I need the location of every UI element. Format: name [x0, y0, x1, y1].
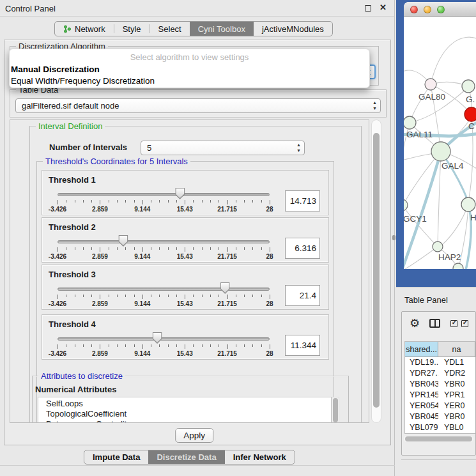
threshold-value-field[interactable]: 11.344	[285, 335, 320, 356]
cell-name[interactable]: YPR1	[438, 390, 475, 401]
table-horizontal-scrollbar[interactable]	[404, 436, 473, 442]
threshold-value-field[interactable]: 6.316	[285, 238, 320, 259]
tab-style[interactable]: Style	[114, 22, 150, 36]
tab-discretize-data[interactable]: Discretize Data	[148, 450, 224, 464]
table-row[interactable]: YBR045CYBR0	[405, 411, 475, 422]
threshold-slider[interactable]: -3.4262.8599.14415.4321.71528	[58, 280, 270, 309]
table-data-select[interactable]: galFiltered.sif default node ▲▼	[15, 98, 381, 113]
cell-shared-name[interactable]: YBR043C	[405, 379, 438, 390]
table-row[interactable]: YPR145WYPR1	[405, 390, 475, 401]
cell-shared-name[interactable]: YLR345W	[405, 433, 438, 434]
cell-shared-name[interactable]: YBL079W	[405, 422, 438, 433]
slider-track[interactable]	[58, 288, 270, 291]
threshold-slider[interactable]: -3.4262.8599.14415.4321.71528	[58, 330, 270, 358]
table-header-row: shared... na	[405, 342, 475, 357]
attribute-list-item[interactable]: SelfLoops	[46, 399, 331, 409]
threshold-slider[interactable]: -3.4262.8599.14415.4321.71528	[58, 186, 270, 214]
tab-jactivemnodules[interactable]: jActiveMNodules	[254, 22, 332, 36]
slider-track[interactable]	[58, 337, 270, 341]
mac-zoom-button[interactable]	[437, 6, 445, 13]
slider-track[interactable]	[58, 240, 270, 243]
cell-name[interactable]: YLR3	[438, 433, 475, 434]
network-node-H-node[interactable]	[461, 197, 475, 211]
threshold-value-field[interactable]: 14.713	[285, 190, 320, 211]
panel-bottom-divider	[0, 465, 395, 466]
tab-infer-network[interactable]: Infer Network	[225, 450, 295, 464]
network-node-GAL80[interactable]	[425, 79, 436, 90]
cell-shared-name[interactable]: YPR145W	[405, 390, 438, 401]
tab-impute-data[interactable]: Impute Data	[84, 450, 148, 464]
cell-name[interactable]: YDR2	[438, 368, 475, 379]
mac-minimize-button[interactable]	[424, 6, 431, 13]
network-node-bottom-node[interactable]	[453, 263, 463, 269]
algorithm-option-manual[interactable]: Manual Discretization	[10, 64, 369, 75]
numerical-attributes-label: Numerical Attributes	[35, 385, 116, 394]
network-node-red-node[interactable]	[464, 107, 476, 121]
table-panel-bottom-border	[401, 459, 476, 460]
network-node-label: H	[470, 213, 476, 222]
numerical-attributes-list[interactable]: SelfLoopsTopologicalCoefficientBetweenne…	[38, 397, 332, 423]
apply-button[interactable]: Apply	[175, 428, 213, 443]
attribute-list-item[interactable]: BetweennessCentrality	[46, 419, 331, 423]
cell-shared-name[interactable]: YDL19...	[405, 357, 438, 368]
number-of-intervals-select[interactable]: 5 ▲▼	[141, 141, 305, 155]
cell-name[interactable]: YBL0	[438, 422, 475, 433]
network-node-GCY1[interactable]	[404, 199, 408, 211]
network-canvas[interactable]: GAL80G.CGAL11GAL4GCY1HHAP2	[404, 17, 476, 269]
threshold-coordinates-group-title: Threshold's Coordinates for 5 Intervals	[43, 157, 190, 166]
table-row[interactable]: YER054CYER0	[405, 401, 475, 411]
algorithm-placeholder-option: Select algorithm to view settings	[10, 52, 369, 64]
tab-network[interactable]: Network	[55, 22, 114, 36]
column-header-shared-name[interactable]: shared...	[405, 342, 438, 357]
network-window: GAL80G.CGAL11GAL4GCY1HHAP2	[404, 2, 476, 269]
bottom-tab-bar: Impute Data Discretize Data Infer Networ…	[84, 450, 295, 464]
slider-track[interactable]	[58, 193, 270, 196]
slider-thumb[interactable]	[220, 282, 230, 294]
slider-thumb[interactable]	[153, 332, 162, 344]
cell-shared-name[interactable]: YDR27...	[405, 368, 438, 379]
threshold-value-field[interactable]: 21.4	[285, 285, 320, 306]
threshold-label: Threshold 3	[49, 270, 96, 279]
threshold-slider[interactable]: -3.4262.8599.14415.4321.71528	[58, 233, 270, 261]
network-window-titlebar[interactable]	[404, 2, 476, 17]
number-of-intervals-value: 5	[147, 143, 151, 153]
mac-close-button[interactable]	[410, 6, 418, 13]
combo-stepper-icon: ▲▼	[372, 100, 377, 111]
network-node-node-top-right[interactable]	[462, 80, 475, 93]
gear-icon[interactable]: ⚙	[410, 318, 420, 329]
algorithm-option-equal-width[interactable]: Equal Width/Frequency Discretization	[10, 75, 369, 87]
network-node-HAP2[interactable]	[433, 242, 443, 252]
control-panel: Control Panel ✕ Network Style Select Cyn…	[0, 0, 395, 476]
table-row[interactable]: YBL079WYBL0	[405, 422, 475, 433]
network-node-GAL11[interactable]	[404, 116, 416, 129]
network-icon	[63, 25, 72, 33]
network-node-GAL4[interactable]	[431, 142, 450, 161]
table-row[interactable]: YDR27...YDR2	[405, 368, 475, 379]
cell-name[interactable]: YBR0	[438, 411, 475, 422]
splitter-handle[interactable]	[392, 235, 395, 240]
column-header-name[interactable]: na	[438, 342, 475, 357]
cell-name[interactable]: YDL1	[438, 357, 475, 368]
cell-shared-name[interactable]: YBR045C	[405, 411, 438, 422]
table-row[interactable]: YDL19...YDL1	[405, 357, 475, 368]
tab-select[interactable]: Select	[150, 22, 190, 36]
attributes-list-scrollbar[interactable]	[332, 397, 339, 423]
slider-thumb[interactable]	[118, 235, 128, 247]
split-columns-icon[interactable]	[429, 319, 440, 328]
settings-vertical-scrollbar[interactable]	[371, 119, 381, 423]
threshold-panel: Threshold 3-3.4262.8599.14415.4321.71528…	[42, 265, 329, 310]
cell-shared-name[interactable]: YER054C	[405, 401, 438, 411]
cell-name[interactable]: YBR0	[438, 379, 475, 390]
float-window-icon[interactable]	[365, 5, 371, 12]
tab-network-label: Network	[75, 24, 105, 34]
checkbox-checked-icon[interactable]	[450, 320, 457, 327]
cell-name[interactable]: YER0	[438, 401, 475, 411]
slider-thumb[interactable]	[175, 188, 185, 199]
table-row[interactable]: YBR043CYBR0	[405, 379, 475, 390]
close-icon[interactable]: ✕	[380, 3, 387, 12]
table-data-group: Table Data galFiltered.sif default node …	[10, 89, 387, 118]
table-row[interactable]: YLR345WYLR3	[405, 433, 475, 434]
attribute-list-item[interactable]: TopologicalCoefficient	[46, 409, 331, 419]
tab-cyni-toolbox[interactable]: Cyni Toolbox	[190, 22, 254, 36]
checkbox-checked-icon[interactable]	[461, 320, 468, 327]
